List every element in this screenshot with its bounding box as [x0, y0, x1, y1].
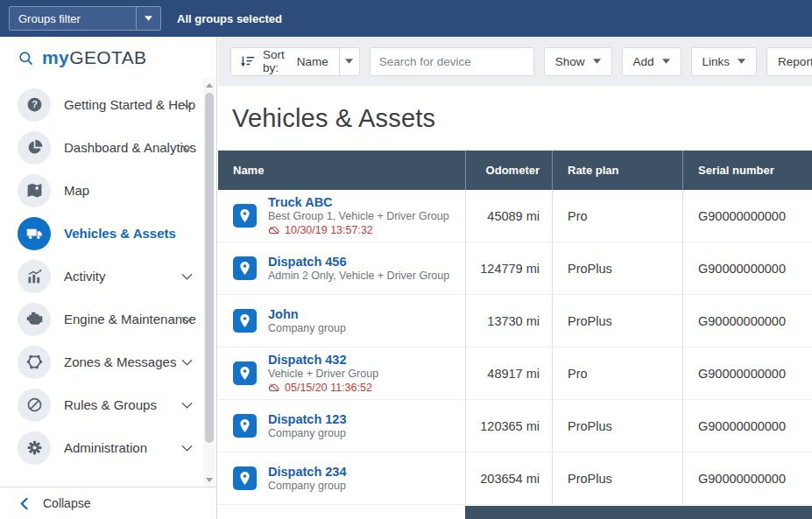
admin-icon: [18, 431, 51, 465]
groups-filter-button[interactable]: Groups filter: [9, 6, 161, 31]
vehicle-groups: Company group: [268, 480, 346, 493]
cloud-off-icon: [268, 382, 280, 394]
vehicle-offline-status: 10/30/19 13:57:32: [268, 224, 449, 237]
table-row[interactable]: Dispatch 123 Company group 120365 mi Pro…: [218, 400, 812, 452]
caret-down-icon: [593, 59, 601, 64]
column-header-serial-number[interactable]: Serial number: [682, 151, 812, 190]
table-row[interactable]: Dispatch 234 Company group 203654 mi Pro…: [218, 452, 812, 505]
sort-by-button[interactable]: Sort by: Name: [230, 47, 360, 76]
groups-filter-label: Groups filter: [10, 12, 136, 25]
logo-row: myGEOTAB: [0, 37, 216, 79]
table-row[interactable]: Dispatch 432 Vehicle + Driver Group 05/1…: [218, 347, 812, 400]
sidebar-scrollbar[interactable]: [203, 79, 215, 487]
table-header-row: Name Odometer Rate plan Serial number: [218, 151, 812, 190]
scrollbar-thumb[interactable]: [205, 93, 214, 443]
chevron-down-icon: [181, 273, 193, 280]
page-title: Vehicles & Assets: [232, 104, 435, 133]
odometer-value: 13730 mi: [465, 295, 552, 347]
vehicle-pin-icon: [233, 466, 257, 490]
vehicle-groups: Admin 2 Only, Vehicle + Driver Group: [268, 270, 449, 283]
main-content: Sort by: Name Show Add Links Report Vehi…: [218, 37, 812, 519]
table-row[interactable]: Truck ABC Best Group 1, Vehicle + Driver…: [218, 190, 812, 242]
offline-timestamp: 10/30/19 13:57:32: [285, 224, 373, 237]
rate-plan-value: Pro: [552, 347, 682, 399]
table-body: Truck ABC Best Group 1, Vehicle + Driver…: [218, 190, 812, 505]
vehicle-pin-icon: [233, 361, 257, 385]
rate-plan-value: ProPlus: [552, 400, 682, 452]
chevron-down-icon: [181, 359, 193, 366]
column-header-odometer[interactable]: Odometer: [465, 151, 552, 190]
column-header-name[interactable]: Name: [218, 151, 465, 190]
odometer-value: 120365 mi: [465, 400, 552, 452]
scroll-down-arrow-icon[interactable]: [206, 478, 213, 482]
chevron-down-icon: [181, 144, 193, 151]
sidebar-collapse-button[interactable]: Collapse: [0, 487, 216, 519]
links-button[interactable]: Links: [691, 47, 758, 76]
sidebar-item-getting-started-help[interactable]: ? Getting Started & Help: [0, 83, 216, 126]
serial-number-value: G90000000000: [682, 242, 812, 294]
vehicle-pin-icon: [233, 414, 257, 438]
serial-number-value: G90000000000: [682, 295, 812, 347]
sort-caret[interactable]: [340, 59, 359, 64]
serial-number-value: G90000000000: [682, 400, 812, 452]
sidebar-item-engine-maintenance[interactable]: Engine & Maintenance: [0, 298, 216, 340]
sort-icon: [240, 55, 255, 68]
table-bottom-bar: [465, 506, 812, 519]
vehicle-name-link[interactable]: John: [268, 307, 346, 321]
rate-plan-value: Pro: [552, 190, 682, 242]
sidebar-item-map[interactable]: Map: [0, 169, 216, 212]
vehicle-pin-icon: [233, 204, 257, 228]
vehicle-groups: Vehicle + Driver Group: [268, 368, 378, 381]
vehicle-pin-icon: [233, 309, 257, 333]
groups-selection-status: All groups selected: [177, 12, 282, 25]
vehicle-groups: Company group: [268, 322, 346, 335]
title-row: Vehicles & Assets: [218, 86, 812, 151]
scroll-up-arrow-icon[interactable]: [206, 83, 213, 88]
toolbar: Sort by: Name Show Add Links Report: [218, 37, 812, 86]
offline-timestamp: 05/15/20 11:36:52: [285, 382, 372, 395]
caret-down-icon: [662, 59, 670, 64]
zones-icon: [18, 346, 51, 379]
vehicle-name-link[interactable]: Dispatch 123: [268, 412, 346, 426]
top-bar: Groups filter All groups selected: [0, 0, 812, 37]
chevron-down-icon: [181, 445, 193, 452]
dashboard-icon: [18, 131, 51, 165]
sidebar-item-zones-messages[interactable]: Zones & Messages: [0, 340, 216, 383]
caret-down-icon: [345, 59, 353, 64]
vehicle-name-link[interactable]: Dispatch 456: [268, 255, 449, 269]
show-button[interactable]: Show: [544, 47, 612, 76]
report-button[interactable]: Report: [766, 47, 812, 76]
engine-icon: [18, 303, 51, 336]
sidebar-item-rules-groups[interactable]: Rules & Groups: [0, 383, 216, 426]
search-icon[interactable]: [18, 50, 34, 67]
rules-icon: [18, 389, 51, 422]
column-header-rate-plan[interactable]: Rate plan: [552, 151, 682, 190]
vehicle-name-link[interactable]: Dispatch 432: [268, 353, 378, 367]
sidebar-item-dashboard-analytics[interactable]: Dashboard & Analytics: [0, 126, 216, 169]
chevron-down-icon: [181, 402, 193, 409]
odometer-value: 48917 mi: [465, 347, 552, 399]
table-row[interactable]: Dispatch 456 Admin 2 Only, Vehicle + Dri…: [218, 242, 812, 295]
table-row[interactable]: John Company group 13730 mi ProPlus G900…: [218, 295, 812, 347]
chevron-left-icon: [20, 497, 28, 510]
search-input[interactable]: [370, 47, 534, 76]
add-button[interactable]: Add: [622, 47, 681, 76]
vehicle-offline-status: 05/15/20 11:36:52: [268, 382, 378, 395]
map-icon: [18, 174, 51, 207]
serial-number-value: G90000000000: [682, 190, 812, 242]
serial-number-value: G90000000000: [682, 347, 812, 399]
odometer-value: 124779 mi: [465, 242, 552, 294]
vehicle-name-link[interactable]: Dispatch 234: [268, 465, 346, 479]
sidebar-item-activity[interactable]: Activity: [0, 255, 216, 298]
sort-label: Sort by:: [263, 48, 293, 74]
svg-text:?: ?: [32, 99, 38, 109]
sidebar-item-administration[interactable]: Administration: [0, 426, 216, 469]
vehicle-name-link[interactable]: Truck ABC: [268, 195, 449, 209]
serial-number-value: G90000000000: [682, 452, 812, 504]
chevron-down-icon: [181, 316, 193, 323]
activity-icon: [18, 260, 51, 293]
sidebar-item-vehicles-assets[interactable]: Vehicles & Assets: [0, 212, 216, 255]
sidebar: myGEOTAB ? Getting Started & Help Dashbo…: [0, 37, 217, 519]
groups-filter-caret[interactable]: [136, 7, 160, 30]
vehicle-pin-icon: [233, 256, 257, 280]
